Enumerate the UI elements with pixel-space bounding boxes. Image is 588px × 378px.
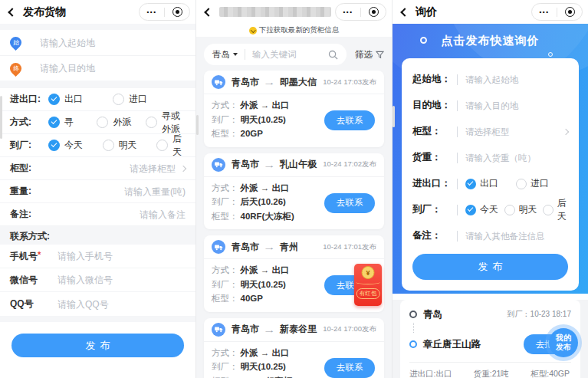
weight-input[interactable] [465, 153, 568, 163]
inquiry-form-card: 起始地： 目的地： 柜型： 货重： [402, 58, 579, 291]
keyword-search-input[interactable] [252, 50, 328, 59]
qq-input[interactable] [57, 299, 186, 310]
back-icon[interactable] [204, 8, 212, 16]
section-gap [0, 316, 195, 322]
truck-icon [212, 323, 225, 337]
destination-input[interactable] [40, 63, 186, 74]
close-circle-icon[interactable] [565, 7, 575, 17]
cargo-list-item[interactable]: 青岛市 → 即墨大信 10-24 17:03发布 方式：外派 → 出口 到厂：明… [204, 71, 384, 147]
close-circle-icon[interactable] [172, 7, 182, 17]
nav-bar: 发布货物 ••• [0, 0, 195, 24]
phone-input[interactable] [57, 251, 186, 261]
scrollbar[interactable] [196, 115, 199, 135]
arrive-value: 明天(10.25) [241, 360, 286, 374]
card-body: 方式：外派 → 出口 到厂：后天(10.26) 柜型：40RF(大冻柜) 去联系 [204, 177, 384, 230]
route-destination: 乳山午极 [280, 158, 317, 171]
radio-dispatch[interactable]: 外派 [97, 116, 145, 129]
back-icon[interactable] [8, 8, 16, 16]
caret-down-icon [233, 53, 238, 56]
cargo-list-item[interactable]: 青岛市 → 青州 10-24 17:01发布 方式：外派 → 出口 到厂：明天(… [204, 235, 384, 312]
route-connector [413, 323, 572, 333]
truck-icon [212, 158, 225, 172]
destination-row: 终 [0, 55, 195, 81]
radio-day-after[interactable]: 后天 [156, 133, 186, 159]
more-menu-icon[interactable]: ••• [343, 9, 353, 15]
origin-input[interactable] [40, 38, 186, 48]
remark-input[interactable] [48, 209, 186, 220]
origin-input[interactable] [465, 75, 568, 84]
publish-time: 10-24 17:00发布 [323, 324, 376, 334]
funnel-icon [376, 51, 384, 59]
radio-day-after[interactable]: 后天 [543, 197, 568, 223]
method-label: 方式： [212, 346, 238, 360]
redacted-title [219, 7, 331, 17]
contact-button[interactable]: 去联系 [324, 110, 375, 130]
remark-input[interactable] [465, 232, 568, 241]
publish-button[interactable]: 发布 [412, 254, 568, 280]
quote-meta-row: 进出口:出口 货重:21吨 柜型:40GP [409, 369, 571, 378]
cargo-list-screen: ••• 下拉获取最新的货柜信息 青岛 筛选 [195, 0, 392, 378]
radio-today[interactable]: 今天 [465, 203, 504, 216]
quote-origin-row: 青岛 到厂：10-23 18:17 [409, 307, 571, 321]
back-icon[interactable] [400, 8, 409, 16]
wechat-input[interactable] [57, 274, 186, 285]
radio-tomorrow[interactable]: 明天 [504, 203, 544, 216]
radio-checked-icon [48, 94, 60, 105]
origin-row: 始 [0, 30, 195, 55]
my-publish-fab[interactable]: 我的 发布 [549, 328, 578, 357]
radio-today[interactable]: 今天 [48, 139, 103, 152]
pull-refresh-tip: 下拉获取最新的货柜信息 [196, 24, 392, 37]
contact-button[interactable]: 去联系 [324, 193, 375, 213]
scrollbar[interactable] [393, 106, 395, 127]
section-gap [0, 24, 195, 30]
method-row: 方式: 寻 外派 寻或外派 [0, 111, 195, 134]
field-divider [457, 205, 458, 215]
radio-import[interactable]: 进口 [516, 177, 549, 190]
method-label: 方式： [212, 98, 238, 113]
three-screen-composite: 发布货物 ••• 始 终 进出口: 出口 进口 方式: 寻 外派 寻或外派 [0, 0, 588, 378]
cabinet-type-select[interactable] [465, 127, 558, 136]
city-dropdown[interactable]: 青岛 [212, 49, 238, 61]
filter-button[interactable]: 筛选 [355, 49, 384, 61]
radio-seek-or-dispatch[interactable]: 寻或外派 [146, 110, 186, 136]
field-label: 目的地： [412, 99, 457, 112]
route-destination: 青州 [280, 241, 298, 254]
arrive-day-row: 到厂： 今天 明天 后天 [412, 202, 568, 218]
arrive-label: 到厂： [212, 278, 238, 292]
more-menu-icon[interactable]: ••• [147, 9, 157, 15]
quote-arrive-time: 到厂：10-23 18:17 [508, 309, 571, 320]
radio-tomorrow[interactable]: 明天 [103, 139, 157, 152]
cabinet-label: 柜型： [212, 127, 238, 141]
search-icon[interactable] [328, 50, 338, 60]
radio-seek[interactable]: 寻 [48, 116, 97, 129]
origin-row: 起始地： [412, 71, 568, 87]
route-destination: 即墨大信 [280, 76, 317, 89]
radio-import[interactable]: 进口 [113, 93, 147, 106]
phone-row: 手机号* [0, 245, 195, 268]
publish-button[interactable]: 发布 [11, 334, 184, 357]
scrollbar[interactable] [0, 96, 2, 139]
route-origin: 青岛市 [232, 323, 259, 336]
contact-button[interactable]: 去联系 [324, 358, 375, 378]
arrow-right-icon: → [263, 242, 276, 251]
search-bar: 青岛 [204, 44, 347, 65]
field-label: 微信号 [10, 274, 57, 287]
close-circle-icon[interactable] [369, 7, 379, 17]
quote-import-export: 进出口:出口 [409, 369, 452, 378]
cargo-list-item[interactable]: 青岛市 → 乳山午极 10-24 17:02发布 方式：外派 → 出口 到厂：后… [204, 153, 384, 230]
weight-input[interactable] [48, 186, 186, 197]
route-destination: 新泰谷里 [280, 323, 317, 336]
more-menu-icon[interactable]: ••• [540, 9, 550, 15]
cargo-list-item[interactable]: 青岛市 → 新泰谷里 10-24 17:00发布 方式：外派 → 出口 到厂：明… [204, 318, 384, 378]
method-label: 方式： [212, 263, 238, 278]
card-body: 方式：外派 → 出口 到厂：明天(10.25) 柜型：20GP 去联系 [204, 94, 384, 147]
destination-row: 目的地： [412, 97, 568, 113]
radio-export[interactable]: 出口 [465, 177, 516, 190]
cabinet-value: 20GP [241, 127, 263, 141]
red-packet-badge[interactable]: ¥ 有红包 [354, 264, 382, 306]
cabinet-type-select[interactable] [48, 163, 176, 174]
field-divider [457, 127, 458, 137]
cabinet-label: 柜型： [212, 374, 238, 378]
radio-export[interactable]: 出口 [48, 93, 113, 106]
destination-input[interactable] [465, 101, 568, 110]
